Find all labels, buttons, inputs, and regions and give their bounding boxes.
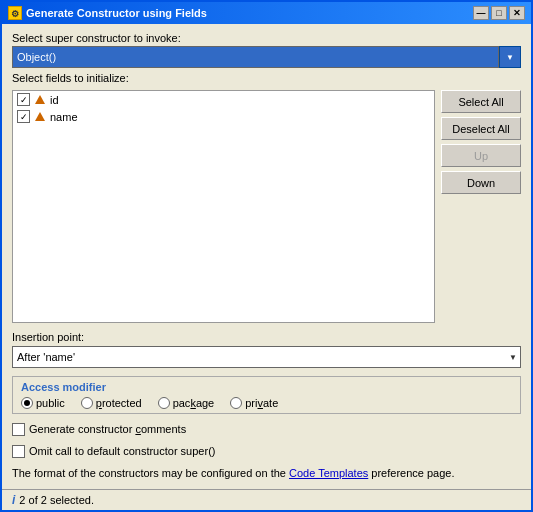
radio-public-circle[interactable]	[21, 397, 33, 409]
generate-comments-label: Generate constructor comments	[29, 423, 186, 435]
omit-default-label: Omit call to default constructor super()	[29, 445, 215, 457]
radio-private-label: private	[245, 397, 278, 409]
insertion-point-dropdown[interactable]: After 'name'	[12, 346, 521, 368]
field-item-name[interactable]: name	[13, 108, 434, 125]
status-bar: i 2 of 2 selected.	[2, 489, 531, 510]
radio-package[interactable]: package	[158, 397, 215, 409]
info-text: The format of the constructors may be co…	[12, 466, 521, 481]
field-id-checkbox[interactable]	[17, 93, 30, 106]
radio-package-circle[interactable]	[158, 397, 170, 409]
side-buttons: Select All Deselect All Up Down	[441, 90, 521, 323]
radio-protected[interactable]: protected	[81, 397, 142, 409]
window-icon: ⚙	[8, 6, 22, 20]
radio-public-label: public	[36, 397, 65, 409]
fields-list[interactable]: id name	[12, 90, 435, 323]
insertion-point-dropdown-wrapper: After 'name'	[12, 346, 521, 368]
info-icon: i	[12, 493, 15, 507]
super-constructor-label: Select super constructor to invoke:	[12, 32, 521, 44]
insertion-point-label: Insertion point:	[12, 331, 521, 343]
field-item-id[interactable]: id	[13, 91, 434, 108]
radio-protected-circle[interactable]	[81, 397, 93, 409]
access-modifier-title: Access modifier	[21, 381, 512, 393]
title-bar: ⚙ Generate Constructor using Fields — □ …	[2, 2, 531, 24]
title-bar-title: ⚙ Generate Constructor using Fields	[8, 6, 207, 20]
code-templates-link[interactable]: Code Templates	[289, 467, 368, 479]
generate-comments-checkbox[interactable]	[12, 423, 25, 436]
generate-comments-option[interactable]: Generate constructor comments	[12, 423, 521, 436]
radio-public[interactable]: public	[21, 397, 65, 409]
radio-private[interactable]: private	[230, 397, 278, 409]
status-text: 2 of 2 selected.	[19, 494, 94, 506]
main-window: ⚙ Generate Constructor using Fields — □ …	[0, 0, 533, 512]
minimize-button[interactable]: —	[473, 6, 489, 20]
radio-row: public protected package private	[21, 397, 512, 409]
radio-package-label: package	[173, 397, 215, 409]
insertion-point-section: Insertion point: After 'name'	[12, 331, 521, 368]
field-name-icon	[34, 111, 46, 123]
close-button[interactable]: ✕	[509, 6, 525, 20]
super-constructor-dropdown[interactable]: Object()	[12, 46, 499, 68]
omit-default-option[interactable]: Omit call to default constructor super()	[12, 445, 521, 458]
select-all-button[interactable]: Select All	[441, 90, 521, 113]
dialog-content: Select super constructor to invoke: Obje…	[2, 24, 531, 489]
radio-protected-label: protected	[96, 397, 142, 409]
super-constructor-row: Object()	[12, 46, 521, 68]
access-modifier-section: Access modifier public protected package	[12, 376, 521, 414]
super-constructor-dropdown-wrapper: Object()	[12, 46, 521, 68]
deselect-all-button[interactable]: Deselect All	[441, 117, 521, 140]
window-title: Generate Constructor using Fields	[26, 7, 207, 19]
super-constructor-arrow[interactable]	[499, 46, 521, 68]
super-constructor-section: Select super constructor to invoke: Obje…	[12, 32, 521, 68]
fields-label: Select fields to initialize:	[12, 72, 521, 84]
field-name-checkbox[interactable]	[17, 110, 30, 123]
up-button[interactable]: Up	[441, 144, 521, 167]
field-name-label: name	[50, 111, 78, 123]
fields-section: id name Select All Deselect All Up Down	[12, 90, 521, 323]
down-button[interactable]: Down	[441, 171, 521, 194]
title-bar-buttons: — □ ✕	[473, 6, 525, 20]
field-id-label: id	[50, 94, 59, 106]
field-id-icon	[34, 94, 46, 106]
omit-default-checkbox[interactable]	[12, 445, 25, 458]
radio-private-circle[interactable]	[230, 397, 242, 409]
maximize-button[interactable]: □	[491, 6, 507, 20]
